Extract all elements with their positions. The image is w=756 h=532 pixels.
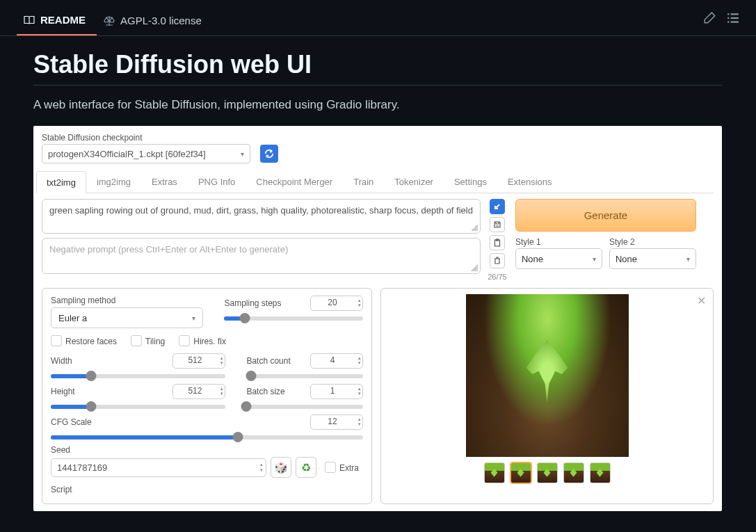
seed-label: Seed bbox=[51, 445, 363, 455]
cfg-label: CFG Scale bbox=[51, 417, 92, 427]
negative-prompt-input[interactable]: Negative prompt (press Ctrl+Enter or Alt… bbox=[42, 238, 481, 274]
batch-count-slider[interactable] bbox=[246, 374, 363, 378]
chevron-down-icon: ▾ bbox=[192, 314, 195, 322]
seed-input[interactable]: 1441787169 ▴▾ bbox=[51, 458, 266, 477]
tab-pnginfo[interactable]: PNG Info bbox=[188, 170, 246, 193]
cfg-slider[interactable] bbox=[51, 435, 363, 440]
width-label: Width bbox=[51, 356, 72, 366]
delete-style-button[interactable] bbox=[490, 253, 505, 268]
thumbnail[interactable] bbox=[590, 462, 611, 483]
token-count: 26/75 bbox=[488, 273, 507, 281]
page-subtitle: A web interface for Stable Diffusion, im… bbox=[33, 98, 723, 112]
thumbnail[interactable] bbox=[537, 462, 558, 483]
spinner-icon[interactable]: ▴▾ bbox=[358, 355, 361, 365]
chevron-down-icon: ▾ bbox=[593, 255, 596, 263]
batch-size-label: Batch size bbox=[246, 387, 284, 396]
style1-label: Style 1 bbox=[515, 237, 602, 247]
style1-select[interactable]: None ▾ bbox=[515, 248, 602, 269]
sd-tabs: txt2img img2img Extras PNG Info Checkpoi… bbox=[36, 170, 714, 193]
checkpoint-select[interactable]: protogenX34OfficialR_1.ckpt [60fe2f34] ▾ bbox=[42, 144, 250, 163]
sampling-steps-input[interactable]: 20 ▴▾ bbox=[310, 296, 363, 311]
prompt-input[interactable]: green sapling rowing out of ground, mud,… bbox=[42, 199, 481, 234]
tab-tokenizer[interactable]: Tokenizer bbox=[384, 170, 444, 193]
chevron-down-icon: ▾ bbox=[686, 255, 690, 263]
thumbnail-row bbox=[387, 462, 707, 483]
prompt-text: green sapling rowing out of ground, mud,… bbox=[49, 205, 473, 216]
params-panel: Sampling method Euler a ▾ Sampling steps… bbox=[42, 288, 372, 504]
list-icon[interactable] bbox=[727, 12, 739, 24]
tiling-checkbox[interactable]: Tiling bbox=[131, 335, 165, 346]
paste-from-previous-button[interactable] bbox=[490, 199, 505, 214]
thumbnail[interactable] bbox=[563, 462, 584, 483]
sampling-method-label: Sampling method bbox=[51, 296, 203, 305]
sampling-method-select[interactable]: Euler a ▾ bbox=[51, 307, 203, 328]
generate-button[interactable]: Generate bbox=[515, 199, 696, 232]
height-label: Height bbox=[51, 387, 75, 396]
tab-checkpoint-merger[interactable]: Checkpoint Merger bbox=[246, 170, 343, 193]
sampling-method-value: Euler a bbox=[58, 313, 87, 323]
tab-extras[interactable]: Extras bbox=[141, 170, 188, 193]
hires-fix-checkbox[interactable]: Hires. fix bbox=[179, 335, 226, 346]
script-label: Script bbox=[51, 485, 363, 494]
trash-icon bbox=[493, 257, 501, 265]
chevron-down-icon: ▾ bbox=[241, 150, 244, 158]
svg-rect-3 bbox=[731, 17, 739, 18]
width-slider[interactable] bbox=[51, 374, 225, 378]
negative-placeholder: Negative prompt (press Ctrl+Enter or Alt… bbox=[49, 244, 288, 255]
generated-image[interactable] bbox=[466, 294, 629, 457]
height-slider[interactable] bbox=[51, 405, 225, 409]
spinner-icon[interactable]: ▴▾ bbox=[220, 355, 223, 365]
apply-style-button[interactable] bbox=[490, 235, 505, 250]
close-preview-button[interactable]: ✕ bbox=[697, 294, 706, 307]
tab-txt2img[interactable]: txt2img bbox=[36, 171, 86, 193]
tab-readme[interactable]: README bbox=[17, 7, 97, 35]
thumbnail[interactable] bbox=[510, 462, 531, 483]
spinner-icon[interactable]: ▴▾ bbox=[220, 386, 223, 396]
restore-faces-checkbox[interactable]: Restore faces bbox=[51, 335, 117, 346]
tab-label: AGPL-3.0 license bbox=[120, 15, 202, 26]
batch-count-label: Batch count bbox=[246, 356, 290, 366]
spinner-icon[interactable]: ▴▾ bbox=[260, 462, 263, 473]
svg-rect-1 bbox=[731, 13, 739, 15]
checkpoint-label: Stable Diffusion checkpoint bbox=[42, 133, 714, 143]
spinner-icon[interactable]: ▴▾ bbox=[358, 298, 361, 307]
sd-app-screenshot: Stable Diffusion checkpoint protogenX34O… bbox=[33, 126, 722, 511]
spinner-icon[interactable]: ▴▾ bbox=[358, 386, 361, 396]
save-style-button[interactable] bbox=[490, 217, 505, 232]
resize-handle-icon[interactable] bbox=[471, 224, 478, 231]
svg-rect-5 bbox=[731, 21, 739, 22]
style2-label: Style 2 bbox=[609, 237, 696, 247]
reuse-seed-button[interactable]: ♻ bbox=[296, 457, 316, 478]
pencil-icon[interactable] bbox=[703, 12, 716, 24]
clipboard-icon bbox=[493, 239, 501, 247]
sampling-steps-slider[interactable] bbox=[224, 316, 363, 321]
thumbnail[interactable] bbox=[484, 462, 505, 483]
width-input[interactable]: 512 ▴▾ bbox=[172, 353, 225, 369]
cfg-input[interactable]: 12 ▴▾ bbox=[310, 414, 363, 430]
batch-size-input[interactable]: 1 ▴▾ bbox=[310, 384, 363, 399]
tab-img2img[interactable]: img2img bbox=[86, 170, 141, 193]
extra-checkbox[interactable]: Extra bbox=[325, 462, 359, 473]
refresh-checkpoint-button[interactable] bbox=[260, 145, 278, 163]
tab-license[interactable]: AGPL-3.0 license bbox=[97, 8, 213, 35]
batch-count-input[interactable]: 4 ▴▾ bbox=[310, 353, 363, 369]
page-title: Stable Diffusion web UI bbox=[33, 50, 723, 86]
refresh-icon bbox=[264, 149, 274, 159]
tab-extensions[interactable]: Extensions bbox=[497, 170, 563, 193]
batch-size-slider[interactable] bbox=[246, 405, 363, 409]
resize-handle-icon[interactable] bbox=[471, 264, 478, 271]
style2-value: None bbox=[616, 254, 637, 264]
height-input[interactable]: 512 ▴▾ bbox=[172, 384, 225, 399]
sampling-steps-label: Sampling steps bbox=[224, 298, 281, 308]
random-seed-button[interactable]: 🎲 bbox=[271, 457, 291, 478]
tab-label: README bbox=[40, 14, 86, 26]
spinner-icon[interactable]: ▴▾ bbox=[358, 417, 361, 426]
svg-rect-0 bbox=[727, 13, 729, 15]
law-icon bbox=[104, 15, 115, 26]
svg-rect-4 bbox=[727, 21, 729, 22]
style1-value: None bbox=[522, 254, 543, 264]
tab-settings[interactable]: Settings bbox=[444, 170, 497, 193]
output-panel: ✕ bbox=[380, 288, 714, 504]
tab-train[interactable]: Train bbox=[343, 170, 384, 193]
style2-select[interactable]: None ▾ bbox=[609, 248, 696, 269]
